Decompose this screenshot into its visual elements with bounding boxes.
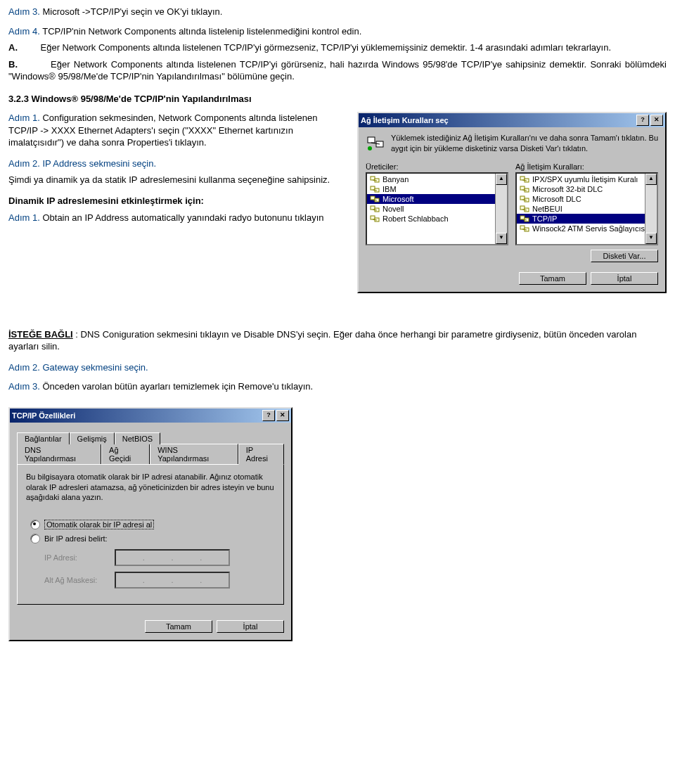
close-button[interactable]: ✕ <box>650 115 663 126</box>
manufacturers-label: Üreticiler: <box>366 162 508 171</box>
list-item[interactable]: IBM <box>367 184 507 194</box>
list-item[interactable]: IPX/SPX uyumlu İletişim Kuralı <box>517 174 657 184</box>
protocol-select-dialog: Ağ İletişim Kuralları seç ? ✕ Yüklemek i… <box>357 112 667 293</box>
scrollbar[interactable]: ▲ ▼ <box>645 174 657 244</box>
svg-rect-10 <box>371 196 375 200</box>
step-2c: Adım 2. Gateway sekmesini seçin. <box>8 361 667 374</box>
protocol-icon <box>520 214 529 223</box>
panel-description: Bu bilgisayara otomatik olarak bir IP ad… <box>26 472 275 503</box>
step-4: Adım 4. TCP/IP'nin Network Components al… <box>8 25 667 38</box>
step-2b-sub: Şimdi ya dinamik ya da statik IP adresle… <box>8 174 346 186</box>
svg-rect-31 <box>520 216 525 219</box>
subnet-mask-input: . . . <box>115 572 230 589</box>
step-3-text: Microsoft ->TCP/IP'yi seçin ve OK'yi tık… <box>42 6 222 17</box>
scroll-down-icon[interactable]: ▼ <box>645 233 657 244</box>
help-button[interactable]: ? <box>636 115 649 126</box>
optional-label: İSTEĞE BAĞLI <box>8 329 73 340</box>
list-item[interactable]: Microsoft 32-bit DLC <box>517 184 657 194</box>
radio-auto-ip[interactable]: Otomatik olarak bir IP adresi al <box>30 520 275 529</box>
scrollbar[interactable]: ▲ ▼ <box>495 174 507 244</box>
vendor-icon <box>370 185 380 193</box>
radio-manual-label: Bir IP adresi belirt: <box>44 534 108 543</box>
step-2c-text: Gateway sekmesini seçin. <box>42 362 148 373</box>
radio-auto-label: Otomatik olarak bir IP adresi al <box>44 520 154 529</box>
list-item[interactable]: Robert Schlabbach <box>367 214 507 224</box>
tab[interactable]: Ağ Geçidi <box>101 444 150 464</box>
step-3-label: Adım 3. <box>8 6 40 17</box>
note-a-text: Eğer Network Components altında listelen… <box>41 42 612 53</box>
svg-rect-4 <box>371 176 375 180</box>
svg-point-3 <box>368 146 372 150</box>
step-1b-text: Configuration sekmesinden, Network Compo… <box>8 113 317 148</box>
list-item[interactable]: Novell <box>367 204 507 214</box>
step-2b-text: IP Address sekmesini seçin. <box>42 158 156 169</box>
step-2b: Adım 2. IP Address sekmesini seçin. <box>8 158 346 170</box>
protocol-icon <box>520 224 529 233</box>
svg-rect-16 <box>371 216 375 219</box>
step-1b-label: Adım 1. <box>8 113 40 123</box>
vendor-icon <box>370 214 380 223</box>
scroll-up-icon[interactable]: ▲ <box>645 174 657 185</box>
tab[interactable]: Gelişmiş <box>70 432 115 444</box>
scroll-down-icon[interactable]: ▼ <box>496 233 507 244</box>
dialog-title: Ağ İletişim Kuralları seç <box>361 116 449 124</box>
list-item[interactable]: Banyan <box>367 174 507 184</box>
cancel-button[interactable]: İptal <box>217 620 284 633</box>
svg-rect-19 <box>520 176 525 180</box>
dyn-step-1-label: Adım 1. <box>8 212 40 223</box>
dialog-description: Yüklemek istediğiniz Ağ İletişim Kuralla… <box>391 133 658 153</box>
dialog-titlebar[interactable]: Ağ İletişim Kuralları seç ? ✕ <box>359 113 665 127</box>
svg-rect-13 <box>371 206 375 210</box>
protocol-icon <box>520 195 529 203</box>
cancel-button[interactable]: İptal <box>591 272 658 285</box>
list-item[interactable]: Microsoft <box>367 194 507 204</box>
note-b: B. Eğer Network Components altında liste… <box>8 58 667 83</box>
ok-button[interactable]: Tamam <box>519 272 586 285</box>
dyn-step-1: Adım 1. Obtain an IP Address automatical… <box>8 212 346 224</box>
list-item[interactable]: NetBEUI <box>517 204 657 214</box>
tab[interactable]: WINS Yapılandırması <box>150 444 238 464</box>
radio-manual-ip[interactable]: Bir IP adresi belirt: <box>30 534 275 544</box>
optional-text: : DNS Coniguration sekmesini tıklayın ve… <box>8 329 636 352</box>
manufacturers-list[interactable]: BanyanIBMMicrosoftNovellRobert Schlabbac… <box>366 172 508 245</box>
list-item[interactable]: Winsock2 ATM Servis Sağlayıcısı <box>517 224 657 233</box>
dialog-titlebar[interactable]: TCP/IP Özellikleri ? ✕ <box>10 409 291 423</box>
protocol-icon <box>520 185 529 193</box>
svg-rect-0 <box>368 137 375 143</box>
tcpip-properties-dialog: TCP/IP Özellikleri ? ✕ BağlantılarGelişm… <box>8 407 292 642</box>
tab[interactable]: IP Adresi <box>238 444 284 465</box>
note-b-label: B. <box>8 59 18 70</box>
svg-rect-22 <box>520 186 525 190</box>
vendor-icon <box>370 205 380 213</box>
step-3c-label: Adım 3. <box>8 381 40 392</box>
dynamic-title: Dinamik IP adreslemesini etkinleştirmek … <box>8 195 204 206</box>
list-item[interactable]: Microsoft DLC <box>517 194 657 204</box>
note-a-label: A. <box>8 42 18 53</box>
tab[interactable]: DNS Yapılandırması <box>17 444 101 464</box>
step-3c-text: Önceden varolan bütün ayarları temizleme… <box>42 381 313 392</box>
scroll-up-icon[interactable]: ▲ <box>496 174 507 185</box>
subnet-mask-label: Alt Ağ Maskesi: <box>44 576 108 584</box>
protocol-icon <box>520 205 529 213</box>
step-4-text: TCP/IP'nin Network Components altında li… <box>42 26 361 37</box>
ip-address-label: IP Adresi: <box>44 553 108 562</box>
list-item[interactable]: TCP/IP <box>517 214 657 224</box>
section-title: 3.2.3 Windows® 95/98/Me'de TCP/IP'nin Ya… <box>8 93 667 105</box>
tab[interactable]: NetBIOS <box>115 432 160 444</box>
network-icon <box>366 133 385 155</box>
note-a: A. Eğer Network Components altında liste… <box>8 41 667 54</box>
tab[interactable]: Bağlantılar <box>17 432 70 444</box>
protocols-label: Ağ İletişim Kuralları: <box>515 162 658 171</box>
help-button[interactable]: ? <box>262 410 275 421</box>
ok-button[interactable]: Tamam <box>145 620 212 633</box>
svg-rect-34 <box>520 226 525 229</box>
radio-icon <box>30 520 40 529</box>
protocol-icon <box>520 175 529 184</box>
step-3: Adım 3. Microsoft ->TCP/IP'yi seçin ve O… <box>8 6 667 18</box>
svg-rect-7 <box>371 186 375 190</box>
protocols-list[interactable]: IPX/SPX uyumlu İletişim KuralıMicrosoft … <box>515 172 658 245</box>
have-disk-button[interactable]: Disketi Var... <box>591 250 658 262</box>
radio-icon <box>30 534 40 544</box>
step-2b-label: Adım 2. <box>8 158 40 169</box>
close-button[interactable]: ✕ <box>276 410 289 421</box>
